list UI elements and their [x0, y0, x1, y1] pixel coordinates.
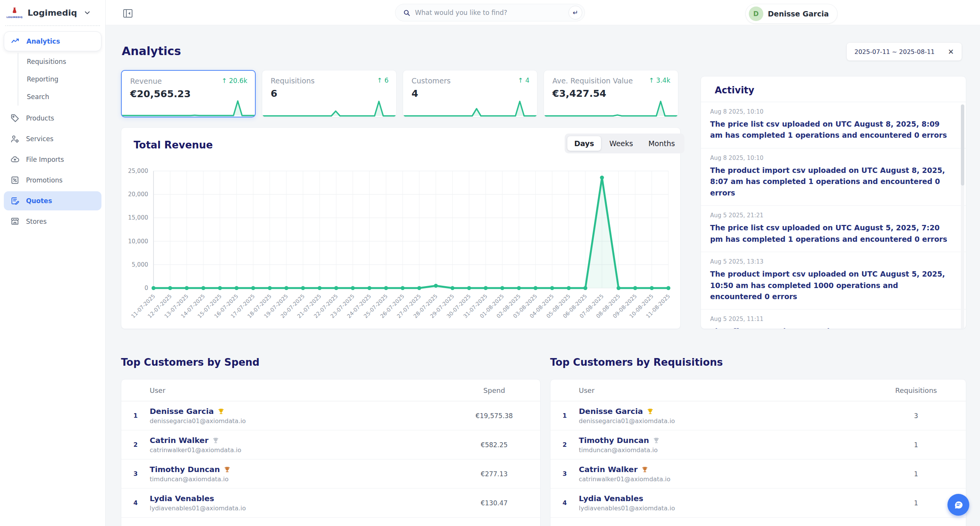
top-customers-by-requisitions-table: User Requisitions 1 Denisse Garcia denis…	[550, 379, 966, 526]
brand-logo-icon: LOGIMEDIQ	[7, 7, 22, 18]
rank: 4	[550, 499, 579, 506]
activity-item: Aug 8 2025, 10:10 The product import csv…	[701, 148, 966, 206]
storefront-icon	[10, 217, 20, 226]
brand-name: Logimediq	[28, 8, 77, 18]
activity-message: The product import csv uploaded on UTC A…	[710, 165, 951, 199]
customer-name: Timothy Duncan	[150, 465, 448, 474]
activity-date: Aug 5 2025, 11:11	[710, 316, 951, 322]
customer-email: denissegarcia01@axiomdata.io	[579, 417, 866, 425]
user-menu[interactable]: D Denisse Garcia	[745, 4, 838, 24]
global-search: ↵	[395, 4, 585, 21]
table-row[interactable]: 1 Denisse Garcia denissegarcia01@axiomda…	[121, 401, 540, 430]
kpi-card-revenue[interactable]: Revenue ↑ 20.6k €20,565.23	[121, 70, 256, 117]
avatar: D	[749, 7, 763, 21]
analytics-subnav: Requisitions Reporting Search	[18, 53, 101, 106]
kpi-card-customers[interactable]: Customers ↑ 4 4	[403, 70, 537, 117]
table-row[interactable]: 3 Catrin Walker catrinwalker01@axiomdata…	[550, 459, 966, 489]
activity-item: Aug 8 2025, 10:10 The price list csv upl…	[701, 102, 966, 148]
cloud-upload-icon	[10, 155, 20, 164]
activity-message: The offer approvals exported on UTC Augu…	[710, 326, 951, 329]
search-input[interactable]	[415, 9, 568, 16]
table-row[interactable]: 2 Timothy Duncan timduncan@axiomdata.io …	[550, 430, 966, 459]
sidebar-item-reporting[interactable]: Reporting	[18, 70, 101, 88]
sparkline	[122, 99, 255, 117]
kpi-card-requisitions[interactable]: Requisitions ↑ 6 6	[262, 70, 397, 117]
table-header: User Requisitions	[550, 379, 966, 401]
customer-name: Denisse Garcia	[150, 407, 448, 416]
cell-value: 3	[866, 412, 966, 420]
kpi-trend: ↑ 3.4k	[648, 77, 670, 84]
trophy-icon	[653, 437, 660, 444]
customer-email: timduncan@axiomdata.io	[150, 476, 448, 483]
sidebar: LOGIMEDIQ Logimediq Analytics Requisitio…	[0, 0, 106, 526]
sidebar-nav: Analytics Requisitions Reporting Search …	[0, 26, 105, 238]
sidebar-item-promotions[interactable]: Promotions	[4, 171, 101, 190]
sidebar-item-analytics[interactable]: Analytics	[4, 31, 101, 51]
column-spend: Spend	[448, 386, 540, 394]
svg-text:0: 0	[144, 285, 148, 291]
customer-name: Lydia Venables	[579, 494, 866, 503]
trophy-icon	[642, 466, 648, 473]
trophy-icon	[218, 408, 224, 415]
sidebar-item-label: Stores	[26, 218, 47, 225]
svg-text:10,000: 10,000	[128, 238, 149, 245]
activity-date: Aug 5 2025, 21:21	[710, 212, 951, 219]
rank: 1	[121, 412, 150, 419]
total-revenue-chart-card: Total Revenue Days Weeks Months 05,00010…	[121, 127, 681, 329]
column-user: User	[150, 386, 448, 394]
spend-table-title: Top Customers by Spend	[121, 357, 260, 368]
quote-edit-icon	[10, 196, 20, 206]
rank: 1	[550, 412, 579, 419]
chat-fab-button[interactable]	[947, 494, 969, 516]
sidebar-item-products[interactable]: Products	[4, 109, 101, 128]
activity-list: Aug 8 2025, 10:10 The price list csv upl…	[701, 102, 966, 329]
brand-logo-caption: LOGIMEDIQ	[7, 16, 23, 18]
kpi-value: 6	[262, 85, 396, 99]
chevron-down-icon	[84, 9, 91, 16]
sidebar-item-quotes[interactable]: Quotes	[4, 191, 101, 210]
svg-text:25,000: 25,000	[128, 168, 149, 174]
tag-icon	[10, 113, 20, 123]
customer-name: Denisse Garcia	[579, 407, 866, 416]
customer-email: timduncan@axiomdata.io	[579, 446, 866, 454]
rank: 2	[121, 441, 150, 448]
activity-message: The price list csv uploaded on UTC Augus…	[710, 119, 951, 141]
requisitions-table-title: Top Customers by Requisitions	[550, 357, 723, 368]
kpi-label: Customers	[412, 77, 451, 85]
kpi-label: Ave. Requisition Value	[552, 77, 633, 85]
rank: 3	[121, 470, 150, 477]
analytics-icon	[10, 36, 20, 46]
kpi-label: Revenue	[130, 77, 162, 85]
kpi-card-ave-requisition-value[interactable]: Ave. Requisition Value ↑ 3.4k €3,427.54	[544, 70, 678, 117]
activity-date: Aug 8 2025, 10:10	[710, 108, 951, 115]
kpi-trend: ↑ 6	[377, 77, 389, 84]
brand-menu[interactable]: LOGIMEDIQ Logimediq	[0, 0, 105, 25]
sidebar-collapse-button[interactable]	[122, 7, 134, 20]
sidebar-item-services[interactable]: Services	[4, 129, 101, 148]
cell-value: €130.47	[448, 499, 540, 507]
table-row[interactable]: 1 Denisse Garcia denissegarcia01@axiomda…	[550, 401, 966, 430]
sidebar-item-label: Services	[26, 135, 54, 143]
svg-text:15,000: 15,000	[128, 214, 149, 221]
column-requisitions: Requisitions	[866, 386, 966, 394]
sidebar-item-label: Analytics	[26, 37, 60, 45]
sidebar-item-search[interactable]: Search	[18, 88, 101, 106]
scrollbar-track[interactable]	[961, 104, 964, 329]
customer-name: Catrin Walker	[150, 436, 448, 445]
date-range-filter[interactable]: 2025-07-11 ~ 2025-08-11 ✕	[847, 43, 962, 60]
line-chart: 05,00010,00015,00020,00025,00011-07-2025…	[121, 128, 681, 327]
cell-value: 1	[866, 441, 966, 449]
table-row[interactable]: 4 Lydia Venables lydiavenables01@axiomda…	[121, 489, 540, 518]
close-icon[interactable]: ✕	[946, 47, 956, 57]
sidebar-item-file-imports[interactable]: File Imports	[4, 150, 101, 169]
sidebar-item-stores[interactable]: Stores	[4, 212, 101, 231]
search-submit-button[interactable]: ↵	[568, 6, 582, 20]
trophy-icon	[647, 408, 653, 415]
table-row[interactable]: 4 Lydia Venables lydiavenables01@axiomda…	[550, 489, 966, 518]
table-row[interactable]: 2 Catrin Walker catrinwalker01@axiomdata…	[121, 430, 540, 459]
customer-name: Timothy Duncan	[579, 436, 866, 445]
table-row[interactable]: 3 Timothy Duncan timduncan@axiomdata.io …	[121, 459, 540, 489]
top-customers-by-spend-table: User Spend 1 Denisse Garcia denissegarci…	[121, 379, 541, 526]
sidebar-item-requisitions[interactable]: Requisitions	[18, 53, 101, 70]
scrollbar-thumb[interactable]	[961, 104, 964, 186]
